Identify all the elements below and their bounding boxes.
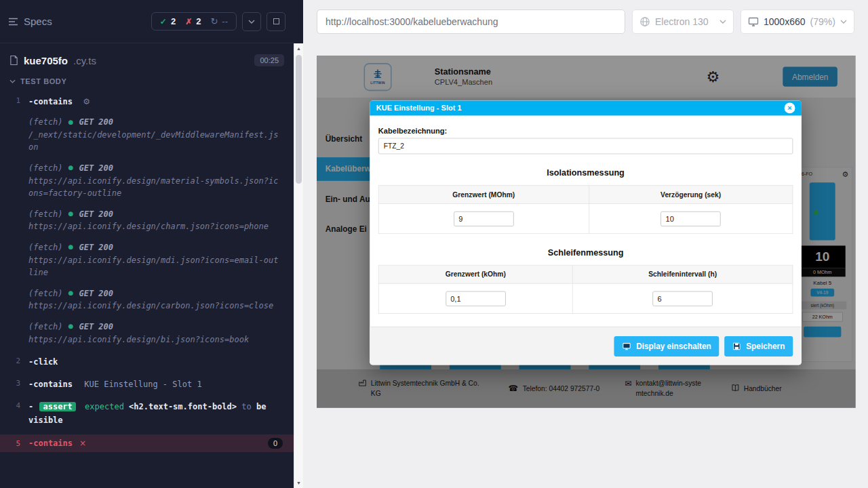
command-row[interactable]: 1 -contains ⚙ xyxy=(0,94,294,110)
isolation-table: Grenzwert (MOhm) Verzögerung (sek) xyxy=(378,185,793,234)
fetch-log-entry[interactable]: (fetch) ● GET 200 /_next/static/developm… xyxy=(28,116,283,154)
loop-grenzwert-input[interactable] xyxy=(446,291,505,306)
stop-tests-button[interactable] xyxy=(267,12,285,31)
cypress-reporter: Specs ✓ 2 ✗ 2 ↻ -- xyxy=(0,0,303,488)
specs-menu-button[interactable]: Specs xyxy=(8,16,52,27)
url-bar[interactable] xyxy=(317,9,625,34)
assert-dash: - xyxy=(28,402,33,411)
fetch-prefix: (fetch) xyxy=(28,162,63,175)
collapse-reporter-button[interactable] xyxy=(242,12,261,31)
fetch-status: GET 200 xyxy=(79,287,113,300)
command-number: 4 xyxy=(0,401,28,410)
spec-header[interactable]: kue705fo .cy.ts 00:25 xyxy=(0,43,294,72)
cable-name-input[interactable] xyxy=(378,138,793,155)
failed-count: 2 xyxy=(196,16,201,26)
browser-selector[interactable]: Electron 130 xyxy=(632,9,734,34)
pending-count: -- xyxy=(222,16,228,26)
spec-name: kue705fo xyxy=(24,55,68,66)
fetch-url: https://api.iconify.design/bi.json?icons… xyxy=(28,333,283,346)
isolation-grenzwert-input[interactable] xyxy=(454,211,513,226)
reporter-scrollbar[interactable]: ▲ ▼ xyxy=(294,43,303,488)
test-body-label: TEST BODY xyxy=(20,77,66,85)
fetch-log-entry[interactable]: (fetch) ● GET 200 https://api.iconify.de… xyxy=(28,287,283,312)
assert-badge: assert xyxy=(39,402,75,411)
browser-name: Electron 130 xyxy=(655,16,709,27)
passed-check-icon: ✓ xyxy=(160,17,167,26)
fetch-status: GET 200 xyxy=(79,162,113,175)
runner-main: Electron 130 1000x660 (79%) LITTWIN Stat… xyxy=(303,0,868,488)
monitor-icon xyxy=(748,16,759,27)
floppy-icon xyxy=(732,342,741,350)
aut-frame: LITTWIN Stationsname CPLV4_Maschen ⚙ Abm… xyxy=(317,56,856,408)
modal-body: Kabelbezeichnung: Isolationsmessung Gren… xyxy=(370,115,802,326)
isolation-col-grenzwert: Grenzwert (MOhm) xyxy=(378,186,589,204)
command-message: KUE Einstellung - Slot 1 xyxy=(84,380,201,389)
browser-globe-icon xyxy=(639,16,650,27)
assert-expected: expected xyxy=(85,402,124,411)
display-on-label: Display einschalten xyxy=(636,342,711,350)
fetch-status: GET 200 xyxy=(79,241,113,254)
isolation-col-verzoegerung: Verzögerung (sek) xyxy=(589,186,793,204)
command-row[interactable]: 2 -click xyxy=(0,354,294,371)
save-button[interactable]: Speichern xyxy=(725,336,793,357)
loop-section-title: Schleifenmessung xyxy=(378,248,793,258)
failed-cross-icon: ✗ xyxy=(185,17,192,26)
save-label: Speichern xyxy=(746,342,785,350)
fetch-log-entry[interactable]: (fetch) ● GET 200 https://api.iconify.de… xyxy=(28,241,283,279)
viewport-size-selector[interactable]: 1000x660 (79%) xyxy=(741,9,854,34)
scroll-down-arrow-icon[interactable]: ▼ xyxy=(294,478,303,488)
close-icon: × xyxy=(787,104,791,112)
scroll-up-arrow-icon[interactable]: ▲ xyxy=(294,43,303,54)
kue-settings-modal: KUE Einstellung - Slot 1 × Kabelbezeichn… xyxy=(370,100,802,365)
command-name: -contains xyxy=(28,97,73,106)
fetch-log-entry[interactable]: (fetch) ● GET 200 https://api.iconify.de… xyxy=(28,321,283,346)
chevron-down-icon xyxy=(248,20,255,24)
status-dot-icon: ● xyxy=(68,163,74,173)
fetch-url: https://api.iconify.design/charm.json?ic… xyxy=(28,220,283,233)
fetch-prefix: (fetch) xyxy=(28,241,63,254)
isolation-verzoegerung-input[interactable] xyxy=(660,211,720,226)
kabelueberwachung-app: LITTWIN Stationsname CPLV4_Maschen ⚙ Abm… xyxy=(317,56,856,408)
command-row-assert[interactable]: 4 - assert expected <h2.text-sm.font-bol… xyxy=(0,399,294,428)
passed-count: 2 xyxy=(171,16,176,26)
spec-file-icon xyxy=(9,55,18,66)
fetch-url: https://api.iconify.design/carbon.json?i… xyxy=(28,300,283,312)
command-log: 1 -contains ⚙ (fetch) ● GET 200 /_next/s… xyxy=(0,94,294,452)
fetch-status: GET 200 xyxy=(79,116,113,129)
specs-label: Specs xyxy=(24,16,52,27)
specs-list-icon xyxy=(8,18,18,26)
loop-col-intervall: Schleifenintervall (h) xyxy=(572,265,792,283)
gear-icon: ⚙ xyxy=(83,97,90,106)
stat-pending: ↻ -- xyxy=(210,16,228,26)
fetch-log-entry[interactable]: (fetch) ● GET 200 https://api.iconify.de… xyxy=(28,208,283,233)
browser-toolbar: Electron 130 1000x660 (79%) xyxy=(303,0,868,43)
fetch-prefix: (fetch) xyxy=(28,287,63,300)
modal-footer: Display einschalten Speichern xyxy=(370,327,802,365)
stat-passed: ✓ 2 xyxy=(160,16,176,26)
chevron-down-icon xyxy=(840,20,847,24)
viewport-size: 1000x660 xyxy=(764,16,806,27)
fetch-url: /_next/static/development/_devMiddleware… xyxy=(28,129,283,154)
command-number: 1 xyxy=(0,96,28,105)
test-stats: ✓ 2 ✗ 2 ↻ -- xyxy=(151,12,237,30)
modal-header: KUE Einstellung - Slot 1 × xyxy=(370,100,802,115)
test-body-toggle[interactable]: TEST BODY xyxy=(0,72,294,94)
modal-close-button[interactable]: × xyxy=(785,103,795,114)
display-on-button[interactable]: Display einschalten xyxy=(614,336,719,357)
fetch-log-entry[interactable]: (fetch) ● GET 200 https://api.iconify.de… xyxy=(28,162,283,200)
loop-intervall-input[interactable] xyxy=(652,291,712,306)
command-row[interactable]: 3 -contains KUE Einstellung - Slot 1 xyxy=(0,376,294,393)
fetch-url: https://api.iconify.design/material-symb… xyxy=(28,175,283,200)
scrollbar-thumb[interactable] xyxy=(296,55,302,184)
chevron-down-icon xyxy=(719,20,726,24)
command-number: 5 xyxy=(0,439,28,448)
command-row-failed[interactable]: 5 -contains × 0 xyxy=(0,434,294,452)
command-name: -click xyxy=(28,357,58,367)
stop-icon xyxy=(273,18,279,24)
command-number: 2 xyxy=(0,356,28,365)
match-count-badge: 0 xyxy=(268,438,283,449)
reporter-header: Specs ✓ 2 ✗ 2 ↻ -- xyxy=(0,0,294,43)
status-dot-icon: ● xyxy=(68,209,74,219)
fetch-url: https://api.iconify.design/mdi.json?icon… xyxy=(28,254,283,279)
fetch-status: GET 200 xyxy=(79,321,113,333)
